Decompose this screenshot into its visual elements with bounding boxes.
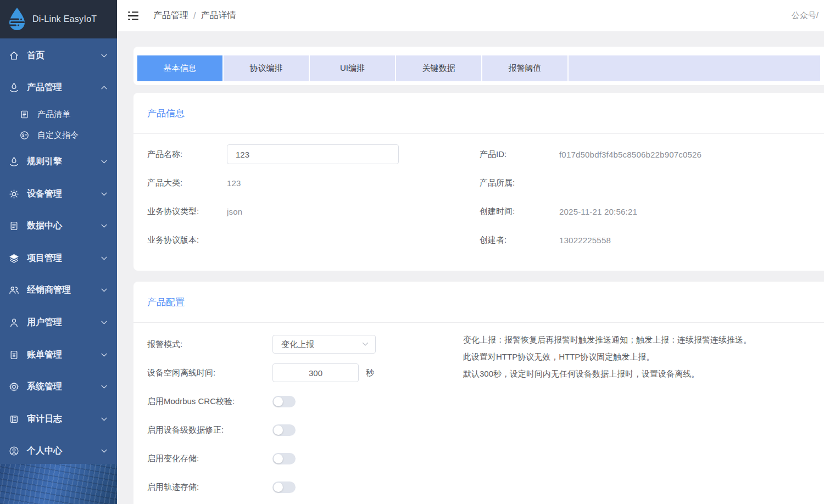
device-data-correction-toggle[interactable] (272, 424, 296, 436)
sidebar-subitem-label: 产品清单 (37, 109, 70, 120)
sidebar-item-label: 产品管理 (27, 82, 62, 93)
chevron-down-icon (101, 192, 107, 196)
change-storage-label: 启用变化存储: (147, 453, 272, 464)
sidebar-item-home[interactable]: 首页 (0, 40, 117, 72)
section-title-product-info: 产品信息 (147, 107, 185, 120)
device-manage-icon (8, 188, 19, 199)
chevron-down-icon (101, 256, 107, 260)
tab-strip: 基本信息 协议编排 UI编排 关键数据 报警阈值 (137, 55, 820, 81)
sidebar-item-label: 规则引擎 (27, 156, 62, 167)
protocol-version-label: 业务协议版本: (147, 235, 227, 245)
form-row: 产品名称: 产品ID: f017d50bdf3f4b5c8506b22b907c… (147, 140, 810, 169)
product-info-card: 产品信息 产品名称: 产品ID: f017d50bdf3f4b5c8506b22… (133, 93, 824, 271)
sidebar-item-label: 系统管理 (27, 381, 62, 393)
sidebar-item-dealer-manage[interactable]: 经销商管理 (0, 275, 117, 307)
sidebar-item-product-manage[interactable]: 产品管理 (0, 72, 117, 104)
tab-strip-filler (569, 55, 820, 81)
product-name-label: 产品名称: (147, 149, 227, 160)
modbus-crc-toggle[interactable] (272, 396, 296, 407)
chevron-down-icon (101, 321, 107, 324)
form-row: 启用轨迹存储: (147, 473, 810, 501)
system-manage-icon (8, 382, 19, 393)
chevron-down-icon (101, 160, 107, 164)
sidebar-item-bill-manage[interactable]: 账单管理 (0, 339, 117, 371)
sidebar-subitem-custom-command[interactable]: 自定义指令 (0, 125, 117, 145)
brand-name: Di-Link EasyIoT (32, 14, 97, 24)
project-manage-icon (8, 253, 19, 264)
breadcrumb-separator: / (193, 11, 196, 21)
product-info-form: 产品名称: 产品ID: f017d50bdf3f4b5c8506b22b907c… (133, 134, 824, 271)
official-account-link[interactable]: 公众号/ (792, 10, 819, 21)
product-category-value: 123 (227, 178, 241, 188)
sidebar-item-device-manage[interactable]: 设备管理 (0, 178, 117, 210)
tab-key-data[interactable]: 关键数据 (396, 55, 481, 81)
custom-command-icon (20, 131, 29, 140)
sidebar-item-label: 数据中心 (27, 220, 62, 232)
device-data-correction-label: 启用设备级数据修正: (147, 425, 272, 435)
track-storage-toggle[interactable] (272, 481, 296, 493)
sidebar-item-audit-log[interactable]: 审计日志 (0, 403, 117, 435)
chevron-down-icon (101, 54, 107, 58)
product-owner-label: 产品所属: (480, 178, 559, 188)
form-row: 启用设备级数据修正: (147, 416, 810, 444)
product-id-label: 产品ID: (480, 149, 559, 160)
sidebar-subitem-label: 自定义指令 (37, 130, 79, 141)
sidebar-item-label: 用户管理 (27, 317, 62, 328)
user-manage-icon (8, 317, 19, 328)
sidebar-header: Di-Link EasyIoT (0, 0, 117, 38)
config-help-text: 变化上报：报警恢复后再报警时触发推送通知；触发上报：连续报警连续推送。 此设置对… (463, 335, 751, 386)
audit-log-icon (8, 413, 19, 424)
idle-offline-time-input[interactable] (272, 363, 359, 382)
chevron-down-icon (101, 417, 107, 421)
created-time-label: 创建时间: (480, 206, 559, 217)
idle-offline-time-label: 设备空闲离线时间: (147, 368, 272, 378)
product-name-input[interactable] (227, 144, 399, 164)
product-config-form: 报警模式: 变化上报 设备空闲离线时间: 秒 启用Modrbus CRC校验: (133, 323, 824, 504)
sidebar-item-label: 设备管理 (27, 188, 62, 200)
sidebar-item-label: 个人中心 (27, 445, 62, 457)
personal-center-icon (8, 446, 19, 457)
sidebar-item-label: 经销商管理 (27, 284, 71, 296)
sidebar-item-project-manage[interactable]: 项目管理 (0, 242, 117, 275)
creator-label: 创建者: (480, 235, 559, 245)
form-row: 产品大类: 123 产品所属: (147, 169, 810, 197)
alarm-mode-selected-value: 变化上报 (281, 339, 314, 350)
breadcrumb-product-manage[interactable]: 产品管理 (153, 10, 188, 21)
tab-ui-arrange[interactable]: UI编排 (310, 55, 395, 81)
sidebar-item-data-center[interactable]: 数据中心 (0, 210, 117, 242)
product-list-icon (20, 110, 29, 119)
sidebar-item-label: 首页 (27, 50, 44, 61)
sidebar: Di-Link EasyIoT 首页 产品管理 产品清单 (0, 0, 117, 504)
sidebar-item-rule-engine[interactable]: 规则引擎 (0, 145, 117, 178)
sidebar-item-personal-center[interactable]: 个人中心 (0, 435, 117, 468)
sidebar-subitem-product-list[interactable]: 产品清单 (0, 104, 117, 125)
dealer-manage-icon (8, 285, 19, 296)
modbus-crc-label: 启用Modrbus CRC校验: (147, 396, 272, 407)
help-line-2: 此设置对HTTP协议无效，HTTP协议固定触发上报。 (463, 352, 751, 362)
sidebar-item-system-manage[interactable]: 系统管理 (0, 371, 117, 403)
sidebar-item-user-manage[interactable]: 用户管理 (0, 306, 117, 339)
tab-protocol-arrange[interactable]: 协议编排 (224, 55, 309, 81)
tab-alarm-threshold[interactable]: 报警阈值 (482, 55, 567, 81)
chevron-down-icon (101, 449, 107, 453)
change-storage-toggle[interactable] (272, 453, 296, 464)
sidebar-item-label: 项目管理 (27, 253, 62, 264)
protocol-type-label: 业务协议类型: (147, 206, 227, 217)
creator-value: 13022225558 (559, 236, 611, 245)
tab-bar-card: 基本信息 协议编排 UI编排 关键数据 报警阈值 (133, 47, 824, 85)
product-id-value: f017d50bdf3f4b5c8506b22b907c0526 (559, 150, 701, 159)
breadcrumb: 产品管理 / 产品详情 (153, 10, 236, 21)
form-row: 业务协议版本: 创建者: 13022225558 (147, 226, 810, 254)
product-manage-icon (8, 82, 19, 93)
collapse-sidebar-icon[interactable] (128, 12, 138, 20)
alarm-mode-select[interactable]: 变化上报 (272, 335, 376, 354)
sidebar-item-label: 账单管理 (27, 349, 62, 361)
created-time-value: 2025-11-21 20:56:21 (559, 207, 637, 216)
bill-manage-icon (8, 349, 19, 360)
chevron-down-icon (362, 342, 369, 346)
idle-offline-time-unit: 秒 (366, 368, 374, 378)
form-row: 业务协议类型: json 创建时间: 2025-11-21 20:56:21 (147, 197, 810, 226)
tab-basic-info[interactable]: 基本信息 (137, 55, 222, 81)
product-info-header: 产品信息 (133, 93, 824, 134)
track-storage-label: 启用轨迹存储: (147, 482, 272, 492)
